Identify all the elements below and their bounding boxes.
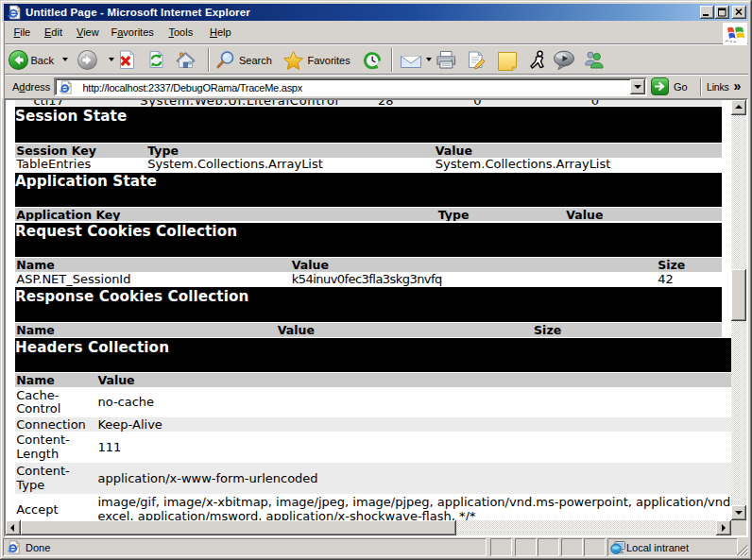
msn-messenger-button[interactable]: [583, 50, 605, 70]
control-tree-cell: System.Web.UI.LiteralControl: [140, 100, 339, 108]
menu-item-edit[interactable]: Edit: [44, 26, 62, 38]
menu-item-tools[interactable]: Tools: [169, 26, 194, 38]
decorative-element: Request Cookies Collection: [15, 223, 722, 258]
go-label[interactable]: Go: [674, 81, 688, 93]
table-cell: k54inuv0fec3fla3skg3nvfq: [291, 273, 658, 287]
trace-section-1: Application StateApplication KeyTypeValu…: [15, 173, 722, 222]
column-header: Value: [96, 373, 730, 387]
toolbar-separator: [208, 48, 210, 72]
resize-grip[interactable]: [736, 544, 748, 556]
status-panel-1: [490, 538, 512, 556]
accesskey-underline: T: [169, 26, 175, 38]
section-caption: Headers Collection: [15, 340, 731, 355]
messenger-aim-button[interactable]: [528, 50, 547, 70]
column-header-row: NameValueSize: [15, 258, 722, 272]
ie-page-icon: [7, 5, 22, 20]
minimize-button[interactable]: [700, 6, 714, 19]
ie-page-icon-small: [59, 80, 73, 94]
section-caption: Application State: [15, 174, 722, 189]
column-header-row: Application KeyTypeValue: [15, 208, 722, 222]
brand-logo-box: [723, 23, 747, 44]
status-zone-panel: Local intranet: [607, 538, 738, 556]
table-cell: 111: [96, 441, 730, 455]
status-main-panel: Done: [3, 538, 487, 556]
forward-button[interactable]: [77, 50, 97, 70]
horizontal-scrollbar[interactable]: [6, 520, 731, 535]
table-cell: ASP.NET_SessionId: [15, 273, 291, 287]
table-row: Acceptimage/gif, image/x-xbitmap, image/…: [15, 494, 731, 519]
column-header-row: NameValue: [15, 373, 731, 387]
control-tree-cell: ctl17: [33, 100, 63, 108]
hscroll-right-button[interactable]: [716, 520, 731, 535]
vscroll-thumb[interactable]: [731, 269, 746, 321]
hscroll-thumb[interactable]: [21, 520, 456, 535]
links-separator: [700, 78, 702, 96]
column-header: Name: [15, 258, 291, 272]
table-row: Content-Length111: [15, 432, 731, 463]
status-panel-2: [515, 538, 537, 556]
trace-section-3: Response Cookies CollectionNameValueSize: [15, 287, 722, 337]
decorative-element: [722, 524, 726, 532]
section-caption: Request Cookies Collection: [15, 224, 722, 239]
address-dropdown-button[interactable]: [630, 79, 645, 94]
dropdown-arrow-icon[interactable]: [109, 58, 114, 61]
stop-button[interactable]: [117, 50, 137, 70]
history-button[interactable]: [362, 50, 383, 71]
dropdown-arrow-icon[interactable]: [62, 58, 68, 61]
menu-item-help[interactable]: Help: [210, 26, 231, 38]
search-label[interactable]: Search: [239, 55, 272, 66]
column-header: Size: [533, 323, 722, 337]
minimize-icon: [700, 6, 714, 19]
vertical-scrollbar[interactable]: [731, 100, 746, 520]
column-header: Value: [435, 144, 723, 158]
table-cell: Cache-Control: [15, 389, 96, 416]
maximize-button[interactable]: [715, 6, 729, 19]
table-cell: 42: [657, 273, 722, 287]
hscroll-left-button[interactable]: [6, 520, 21, 535]
back-label[interactable]: Back: [31, 55, 54, 66]
decorative-element: [735, 105, 743, 109]
go-icon[interactable]: [651, 77, 669, 95]
favorites-button[interactable]: [282, 50, 304, 71]
status-text: Done: [26, 542, 50, 553]
address-bar: Address http://localhost:2337/DebugORama…: [4, 76, 748, 98]
address-input[interactable]: http://localhost:2337/DebugORama/TraceMe…: [54, 77, 647, 96]
dropdown-arrow-icon[interactable]: [426, 58, 432, 61]
links-label[interactable]: Links: [707, 81, 729, 93]
maximize-icon: [715, 6, 729, 19]
home-button[interactable]: [176, 50, 196, 70]
discuss-button[interactable]: [553, 50, 575, 70]
vscroll-down-button[interactable]: [731, 505, 746, 520]
back-button[interactable]: [9, 50, 28, 70]
vscroll-up-button[interactable]: [731, 100, 746, 115]
refresh-button[interactable]: [146, 50, 166, 70]
mail-button[interactable]: [400, 51, 422, 69]
accesskey-underline: d: [19, 81, 25, 93]
ie-page-icon-status: [7, 540, 21, 554]
window-title: Untitled Page - Microsoft Internet Explo…: [26, 7, 250, 18]
table-cell: Content-Length: [15, 433, 96, 461]
close-button[interactable]: [732, 6, 746, 19]
section-caption: Session State: [15, 109, 722, 124]
menu-item-view[interactable]: View: [77, 26, 99, 38]
menu-item-favorites[interactable]: Favorites: [111, 26, 154, 38]
ie-window: Untitled Page - Microsoft Internet Explo…: [0, 0, 752, 560]
title-bar[interactable]: Untitled Page - Microsoft Internet Explo…: [4, 4, 748, 21]
browser-content-frame: ctl17System.Web.UI.LiteralControl2800Ses…: [4, 98, 748, 537]
search-button[interactable]: [215, 50, 235, 70]
accesskey-underline: F: [14, 26, 21, 38]
note-button[interactable]: [496, 50, 519, 71]
column-header: Size: [657, 258, 722, 272]
menu-item-file[interactable]: File: [14, 26, 31, 38]
page-viewport: ctl17System.Web.UI.LiteralControl2800Ses…: [6, 100, 731, 520]
scrollbar-corner: [731, 520, 746, 535]
trace-section-4: Headers CollectionNameValueCache-Control…: [15, 338, 731, 519]
edit-button[interactable]: [466, 50, 487, 70]
print-button[interactable]: [436, 50, 457, 70]
favorites-label[interactable]: Favorites: [308, 55, 350, 66]
column-header: Value: [565, 208, 722, 222]
control-tree-cell: 28: [378, 100, 394, 108]
toolbar-separator: [391, 48, 393, 72]
table-cell: Accept: [15, 503, 96, 518]
links-chevron-icon[interactable]: »: [734, 78, 741, 93]
